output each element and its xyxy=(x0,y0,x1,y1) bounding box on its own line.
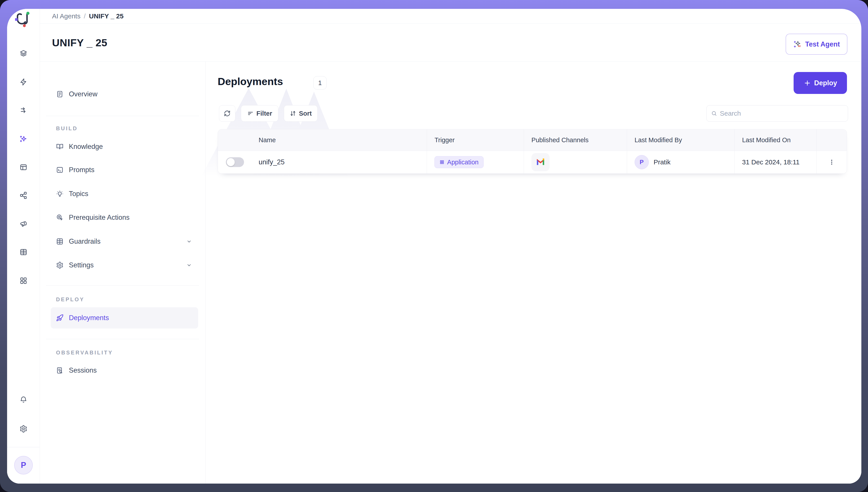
published-channels-cell xyxy=(524,151,627,173)
trigger-cell: Application xyxy=(427,151,524,173)
title-bar: UNIFY _ 25 AI Test Agent xyxy=(40,24,861,62)
svg-text:AI: AI xyxy=(798,45,801,47)
sparkles-icon xyxy=(20,135,27,143)
search-icon xyxy=(711,110,717,117)
column-header-last-modified-on: Last Modified On xyxy=(734,129,816,151)
notifications-button[interactable] xyxy=(17,393,30,407)
sidebar-item-overview[interactable]: Overview xyxy=(51,83,198,105)
sidebar-item-prompts[interactable]: Prompts xyxy=(51,159,198,180)
zap-icon xyxy=(20,78,27,86)
deploy-button[interactable]: Deploy xyxy=(794,72,847,94)
refresh-icon xyxy=(224,110,230,117)
sidebar-divider xyxy=(46,285,199,286)
app-window: P AI Agents / UNIFY _ 25 UNIFY _ 25 AI T… xyxy=(7,9,861,484)
sidebar-item-prerequisite-actions[interactable]: Prerequisite Actions xyxy=(51,207,198,228)
toggle-knob xyxy=(227,158,235,166)
trigger-label: Application xyxy=(447,158,479,166)
rail-layers-button[interactable] xyxy=(17,47,30,61)
trigger-badge: Application xyxy=(434,156,484,168)
gmail-channel-chip xyxy=(531,153,550,171)
icon-rail: P xyxy=(7,9,40,484)
sidebar-item-label: Deployments xyxy=(69,314,109,322)
lightbulb-icon xyxy=(56,190,63,198)
rocket-icon xyxy=(56,314,63,322)
breadcrumb-separator: / xyxy=(84,13,85,20)
modified-date: 31 Dec 2024, 18:11 xyxy=(742,158,799,166)
test-agent-button[interactable]: AI Test Agent xyxy=(786,34,847,55)
refresh-button[interactable] xyxy=(219,105,235,122)
pointer-target-icon xyxy=(56,214,63,221)
sidebar-item-label: Settings xyxy=(69,261,94,269)
chevron-down-icon xyxy=(186,262,192,268)
search-box xyxy=(706,105,848,122)
actions-cell xyxy=(816,151,847,173)
rail-campaigns-button[interactable] xyxy=(17,217,30,231)
rail-apps-button[interactable] xyxy=(17,274,30,288)
sidebar-item-topics[interactable]: Topics xyxy=(51,183,198,204)
deployments-heading: Deployments xyxy=(218,75,283,88)
row-menu-button[interactable] xyxy=(825,155,838,169)
unify-logo[interactable] xyxy=(15,11,33,29)
sidebar-divider xyxy=(46,339,199,339)
megaphone-icon xyxy=(20,220,27,228)
rail-panel-button[interactable] xyxy=(17,160,30,174)
layers-icon xyxy=(20,50,27,57)
terminal-square-icon xyxy=(56,166,63,174)
sidebar-section-deploy: DEPLOY xyxy=(56,296,84,302)
row-enabled-toggle[interactable] xyxy=(226,157,244,167)
sidebar-item-guardrails[interactable]: Guardrails xyxy=(51,231,198,252)
sidebar-item-label: Prerequisite Actions xyxy=(69,214,130,222)
breadcrumb-parent[interactable]: AI Agents xyxy=(52,13,80,20)
chevron-down-icon xyxy=(186,239,192,244)
deployments-table: Name Trigger Published Channels Last Mod… xyxy=(218,129,847,174)
breadcrumb-current: UNIFY _ 25 xyxy=(89,13,124,20)
workspace-settings-button[interactable] xyxy=(17,422,30,436)
grid-table-icon xyxy=(56,238,63,245)
filter-lines-icon xyxy=(247,110,254,117)
column-header-trigger: Trigger xyxy=(427,129,524,151)
sidebar-divider xyxy=(46,116,199,116)
page-title: UNIFY _ 25 xyxy=(52,36,107,49)
filter-button[interactable]: Filter xyxy=(241,105,278,122)
filter-label: Filter xyxy=(256,110,272,117)
sidebar-item-knowledge[interactable]: Knowledge xyxy=(51,136,198,157)
sidebar-item-deployments[interactable]: Deployments xyxy=(51,307,198,328)
rail-tables-button[interactable] xyxy=(17,245,30,259)
sidebar-item-label: Guardrails xyxy=(69,238,101,245)
rail-zap-button[interactable] xyxy=(17,75,30,89)
sort-button[interactable]: Sort xyxy=(284,105,317,122)
rail-transitions-button[interactable] xyxy=(17,103,30,117)
bell-icon xyxy=(20,396,27,404)
sidebar-item-settings[interactable]: Settings xyxy=(51,254,198,276)
table-header: Name Trigger Published Channels Last Mod… xyxy=(218,129,847,151)
panel-layout-icon xyxy=(20,163,27,171)
deploy-label: Deploy xyxy=(814,79,837,87)
sidebar-item-sessions[interactable]: Sessions xyxy=(51,360,198,381)
breadcrumb: AI Agents / UNIFY _ 25 xyxy=(40,9,861,24)
table-icon xyxy=(20,248,27,256)
column-header-published-channels: Published Channels xyxy=(524,129,627,151)
last-modified-by-cell: P Pratik xyxy=(627,151,735,173)
sidebar-section-observability: OBSERVABILITY xyxy=(56,349,113,356)
rail-ai-agents-button[interactable] xyxy=(17,132,30,146)
desktop-background: P AI Agents / UNIFY _ 25 UNIFY _ 25 AI T… xyxy=(0,0,868,492)
sidebar-item-label: Knowledge xyxy=(69,143,103,151)
rail-workflow-button[interactable] xyxy=(17,188,30,202)
last-modified-on-cell: 31 Dec 2024, 18:11 xyxy=(734,151,816,173)
grid-2x2-icon xyxy=(20,277,27,285)
sidebar-item-label: Sessions xyxy=(69,366,97,374)
deployment-name: unify_25 xyxy=(259,158,284,166)
search-input[interactable] xyxy=(720,110,835,117)
main-content: Deployments 1 Deploy Filter Sort Name Tr… xyxy=(205,62,861,484)
double-arrow-right-icon xyxy=(20,106,27,114)
book-open-icon xyxy=(56,143,63,150)
share-nodes-icon xyxy=(20,191,27,199)
sort-label: Sort xyxy=(299,110,312,117)
table-row[interactable]: unify_25 Application xyxy=(218,151,847,173)
sidebar-section-build: BUILD xyxy=(56,125,78,131)
gear-icon xyxy=(20,425,27,433)
file-text-icon xyxy=(56,90,63,98)
user-avatar[interactable]: P xyxy=(14,456,33,474)
modifier-avatar: P xyxy=(635,155,649,169)
test-agent-label: Test Agent xyxy=(805,40,840,48)
